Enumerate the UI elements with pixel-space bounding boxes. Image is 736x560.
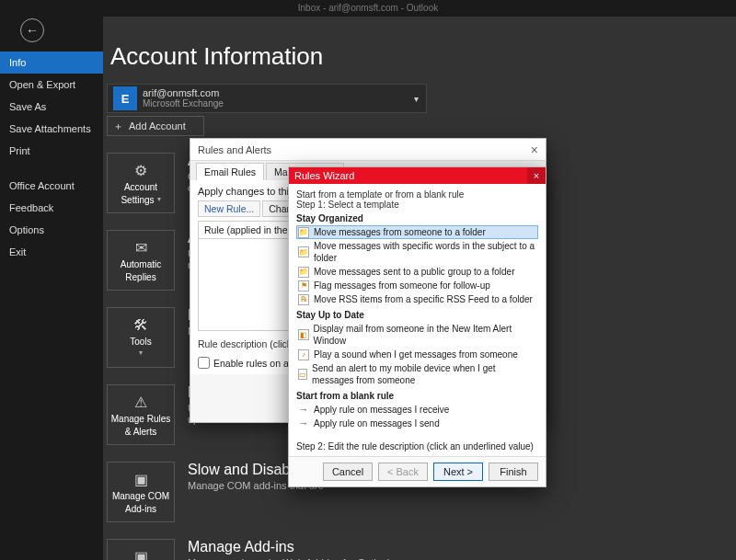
add-account-button[interactable]: ＋ Add Account [107,116,204,136]
next-button[interactable]: Next > [433,463,483,481]
tile-icon: ▣ [134,471,148,488]
close-icon[interactable]: × [527,167,546,184]
sidebar-item-info[interactable]: Info [0,51,103,74]
arrow-icon: → [298,405,309,416]
tile-icon: ✉ [135,239,147,257]
tile-icon: ⚙ [134,162,147,179]
close-icon[interactable]: × [531,143,538,157]
tile-label-sub: & Alerts [125,427,156,437]
tile-icon: 🛠 [133,317,148,334]
sidebar-item-office-account[interactable]: Office Account [0,175,103,197]
wizard-option-label: Move messages from someone to a folder [314,226,486,238]
wizard-buttons: Cancel < Back Next > Finish [289,456,546,486]
cancel-button[interactable]: Cancel [323,463,373,481]
finish-button[interactable]: Finish [489,463,538,481]
tile-manage-rules[interactable]: ⚠Manage Rules& Alerts [107,384,175,445]
folder-icon: 📁 [298,267,309,278]
tile-manage-add-[interactable]: ▣Manage Add-ins [107,539,175,560]
arrow-icon: → [298,418,309,429]
wizard-template-option[interactable]: 📁Move messages sent to a public group to… [296,265,538,279]
account-email: arif@onmsft.com [143,87,224,98]
window-title: Inbox - arif@onmsft.com - Outlook [298,3,438,13]
wizard-template-option[interactable]: 📁Move messages with specific words in th… [296,239,538,265]
sidebar-item-save-as[interactable]: Save As [0,96,103,118]
flag-icon: ⚑ [298,280,309,291]
wizard-titlebar[interactable]: Rules Wizard × [289,167,546,184]
tile-manage-com[interactable]: ▣Manage COMAdd-ins [107,462,175,522]
wizard-template-option[interactable]: 📁Move messages from someone to a folder [296,225,538,239]
tile-label: Account [124,182,157,192]
folder-icon: 📁 [298,246,309,257]
back-button: < Back [378,463,428,481]
backstage-sidebar: Info Open & Export Save As Save Attachme… [0,17,103,560]
chevron-down-icon[interactable]: ▾ [408,85,424,112]
tile-label: Tools [130,337,151,347]
tile-label-sub: Add-ins [125,504,156,514]
tile-automatic[interactable]: ✉AutomaticReplies [107,230,175,291]
account-selector[interactable]: E arif@onmsft.com Microsoft Exchange ▾ [107,84,427,113]
wizard-template-option[interactable]: ▭Send an alert to my mobile device when … [296,361,538,387]
wizard-option-label: Apply rule on messages I send [314,417,440,429]
account-block: arif@onmsft.com Microsoft Exchange [143,87,224,109]
wizard-option-label: Play a sound when I get messages from so… [314,349,518,360]
rules-wizard-dialog: Rules Wizard × Start from a template or … [288,166,546,487]
wizard-option-label: Flag messages from someone for follow-up [314,280,490,291]
tile-label-sub: Settings [121,195,154,205]
chevron-down-icon: ▾ [157,194,161,204]
title-bar: Inbox - arif@onmsft.com - Outlook [0,0,736,17]
wizard-option-label: Move RSS items from a specific RSS Feed … [314,293,533,305]
tile-label: Automatic [121,259,161,269]
enable-rules-checkbox[interactable] [198,357,210,369]
wizard-option-label: Display mail from someone in the New Ite… [314,323,536,347]
folder-icon: 📁 [298,227,309,238]
wizard-intro1: Start from a template or from a blank ru… [296,189,538,200]
rules-dialog-titlebar[interactable]: Rules and Alerts × [190,139,546,161]
sidebar-item-options[interactable]: Options [0,219,103,241]
account-service: Microsoft Exchange [143,98,224,109]
sidebar-item-print[interactable]: Print [0,140,103,162]
sidebar-item-open-export[interactable]: Open & Export [0,74,103,96]
tile-icon: ⚠ [134,394,147,411]
tile-account[interactable]: ⚙AccountSettings▾ [107,153,175,213]
wizard-option-label: Send an alert to my mobile device when I… [312,362,536,386]
sidebar-item-exit[interactable]: Exit [0,241,103,263]
tile-label-sub: Replies [125,272,155,282]
tab-email-rules[interactable]: Email Rules [196,163,264,180]
wizard-title: Rules Wizard [294,170,354,181]
sidebar-item-save-attachments[interactable]: Save Attachments [0,118,103,140]
back-arrow-icon: ← [26,23,39,38]
tile-icon: ▣ [134,548,148,561]
alert-icon: ◧ [298,329,309,340]
page-title: Account Information [103,42,736,84]
wizard-template-option[interactable]: ♪Play a sound when I get messages from s… [296,348,538,361]
wizard-group-header: Stay Up to Date [296,310,538,320]
tile-label: Manage Rules [111,414,170,424]
wizard-group-header: Start from a blank rule [296,391,538,401]
sound-icon: ♪ [298,349,309,360]
tile-row: ▣Manage Add-insManage Add-insManage and … [107,539,736,560]
wizard-template-option[interactable]: ℞Move RSS items from a specific RSS Feed… [296,292,538,306]
back-button[interactable]: ← [20,18,44,42]
tile-label: Manage COM [112,491,169,501]
tile-tools[interactable]: 🛠Tools▾ [107,307,175,368]
mobile-icon: ▭ [298,369,307,380]
rules-dialog-title: Rules and Alerts [198,144,271,155]
wizard-template-option[interactable]: ⚑Flag messages from someone for follow-u… [296,279,538,292]
wizard-template-option[interactable]: →Apply rule on messages I send [296,417,538,430]
wizard-template-option[interactable]: ◧Display mail from someone in the New It… [296,322,538,348]
wizard-option-label: Move messages with specific words in the… [314,240,536,264]
plus-icon: ＋ [113,120,123,133]
wizard-option-label: Apply rule on messages I receive [314,404,449,416]
sidebar-spacer [0,162,103,175]
wizard-group-header: Stay Organized [296,213,538,223]
wizard-template-option[interactable]: →Apply rule on messages I receive [296,403,538,417]
section-head: Manage Add-ins [188,539,556,555]
sidebar-item-feedback[interactable]: Feedback [0,197,103,219]
add-account-label: Add Account [129,120,186,131]
wizard-intro2: Step 1: Select a template [296,200,538,210]
new-rule-button[interactable]: New Rule... [198,200,260,217]
wizard-option-label: Move messages sent to a public group to … [314,266,514,278]
wizard-step2-label: Step 2: Edit the rule description (click… [296,441,538,451]
exchange-icon: E [113,86,137,110]
rss-icon: ℞ [298,294,309,305]
